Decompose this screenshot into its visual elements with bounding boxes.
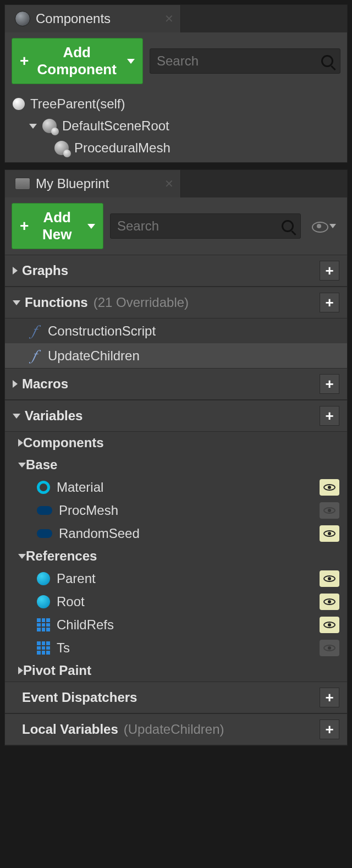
function-item-construction[interactable]: 𝑓 ConstructionScript <box>5 318 347 343</box>
blueprint-tab[interactable]: My Blueprint ✕ <box>5 170 181 197</box>
var-name: Parent <box>57 571 96 586</box>
var-group-pivotpaint[interactable]: Pivot Paint <box>5 660 347 682</box>
tab-bar: Components ✕ <box>5 5 347 32</box>
var-name: Root <box>57 594 85 609</box>
chevron-down-icon <box>87 224 95 229</box>
var-randomseed[interactable]: RandomSeed <box>5 522 347 545</box>
add-graph-button[interactable]: + <box>320 261 339 281</box>
add-local-var-button[interactable]: + <box>320 719 339 739</box>
macros-header[interactable]: Macros + <box>5 368 347 400</box>
blueprint-tab-label: My Blueprint <box>36 176 109 191</box>
visibility-toggle[interactable] <box>320 640 339 656</box>
functions-label: Functions <box>25 295 88 310</box>
components-tab[interactable]: Components ✕ <box>5 5 181 32</box>
function-icon: 𝑓 <box>27 347 41 365</box>
eye-closed-icon <box>323 507 336 514</box>
add-component-button[interactable]: + Add Component <box>12 38 143 84</box>
visibility-toggle[interactable] <box>320 594 339 610</box>
var-procmesh[interactable]: ProcMesh <box>5 499 347 522</box>
chevron-down-icon <box>18 463 26 468</box>
local-variables-header[interactable]: Local Variables (UpdateChildren) + <box>5 713 347 745</box>
components-toolbar: + Add Component <box>5 32 347 90</box>
function-icon: 𝑓 <box>27 322 41 340</box>
var-group-label: Base <box>26 457 57 473</box>
function-name: ConstructionScript <box>48 323 156 339</box>
scene-component-icon <box>54 141 69 155</box>
visibility-toggle[interactable] <box>320 502 339 519</box>
function-name: UpdateChildren <box>48 348 140 364</box>
view-options-button[interactable] <box>307 222 340 230</box>
eye-icon <box>323 484 336 491</box>
visibility-toggle[interactable] <box>320 479 339 496</box>
var-group-components[interactable]: Components <box>5 432 347 454</box>
tree-row-scene-root[interactable]: DefaultSceneRoot <box>5 115 347 137</box>
blueprint-sections: Graphs + Functions (21 Overridable) + 𝑓 … <box>5 255 347 745</box>
add-component-label: Add Component <box>33 44 120 78</box>
tree-row-procmesh[interactable]: ProceduralMesh <box>5 137 347 159</box>
add-macro-button[interactable]: + <box>320 374 339 394</box>
var-root[interactable]: Root <box>5 590 347 613</box>
components-tab-icon <box>15 11 30 26</box>
variables-label: Variables <box>25 408 82 424</box>
functions-header[interactable]: Functions (21 Overridable) + <box>5 287 347 318</box>
var-name: ProcMesh <box>59 503 118 518</box>
var-group-base[interactable]: Base <box>5 454 347 476</box>
integer-icon <box>37 529 52 538</box>
var-name: RandomSeed <box>59 526 140 541</box>
chevron-down-icon[interactable] <box>29 124 37 129</box>
macros-label: Macros <box>22 376 68 392</box>
event-dispatchers-label: Event Dispatchers <box>22 690 137 705</box>
components-search-input[interactable] <box>157 53 321 69</box>
graphs-header[interactable]: Graphs + <box>5 255 347 287</box>
add-new-button[interactable]: + Add New <box>12 203 103 249</box>
visibility-toggle[interactable] <box>320 570 339 587</box>
add-new-label: Add New <box>33 209 81 243</box>
close-icon[interactable]: ✕ <box>164 12 174 25</box>
add-dispatcher-button[interactable]: + <box>320 688 339 707</box>
components-panel: Components ✕ + Add Component TreeParent(… <box>4 4 348 163</box>
blueprint-search[interactable] <box>110 213 301 239</box>
local-variables-label: Local Variables <box>22 722 118 737</box>
graphs-label: Graphs <box>22 263 68 278</box>
functions-sublabel: (21 Overridable) <box>94 295 189 310</box>
add-variable-button[interactable]: + <box>320 406 339 426</box>
var-group-label: References <box>26 548 97 564</box>
chevron-down-icon <box>18 554 26 559</box>
object-icon <box>37 595 50 608</box>
eye-icon <box>323 530 336 537</box>
var-name: ChildRefs <box>57 617 114 633</box>
visibility-toggle[interactable] <box>320 525 339 542</box>
chevron-down-icon <box>13 300 20 305</box>
tree-row-self[interactable]: TreeParent(self) <box>5 93 347 115</box>
blueprint-tab-icon <box>15 178 30 190</box>
blueprint-toolbar: + Add New <box>5 197 347 255</box>
search-icon <box>321 55 333 67</box>
var-name: Material <box>57 480 103 495</box>
event-dispatchers-header[interactable]: Event Dispatchers + <box>5 682 347 713</box>
blueprint-panel: My Blueprint ✕ + Add New Graphs + Functi <box>4 169 348 746</box>
variables-header[interactable]: Variables + <box>5 400 347 432</box>
add-function-button[interactable]: + <box>320 293 339 312</box>
blueprint-search-input[interactable] <box>117 218 282 234</box>
var-ts[interactable]: Ts <box>5 636 347 660</box>
var-material[interactable]: Material <box>5 476 347 499</box>
var-parent[interactable]: Parent <box>5 567 347 590</box>
var-group-references[interactable]: References <box>5 545 347 567</box>
function-item-updatechildren[interactable]: 𝑓 UpdateChildren <box>5 343 347 368</box>
visibility-toggle[interactable] <box>320 617 339 633</box>
tree-label-procmesh: ProceduralMesh <box>74 140 170 156</box>
array-icon <box>37 641 50 655</box>
scene-component-icon <box>42 119 57 133</box>
chevron-down-icon <box>13 414 20 419</box>
tab-bar: My Blueprint ✕ <box>5 170 347 197</box>
chevron-right-icon <box>18 667 23 674</box>
chevron-down-icon <box>329 224 336 228</box>
search-icon <box>282 220 294 232</box>
eye-closed-icon <box>323 645 336 651</box>
components-tab-label: Components <box>36 11 111 26</box>
var-childrefs[interactable]: ChildRefs <box>5 613 347 636</box>
chevron-right-icon <box>13 267 18 274</box>
var-group-label: Components <box>23 435 104 451</box>
components-search[interactable] <box>150 48 340 74</box>
close-icon[interactable]: ✕ <box>164 177 174 190</box>
